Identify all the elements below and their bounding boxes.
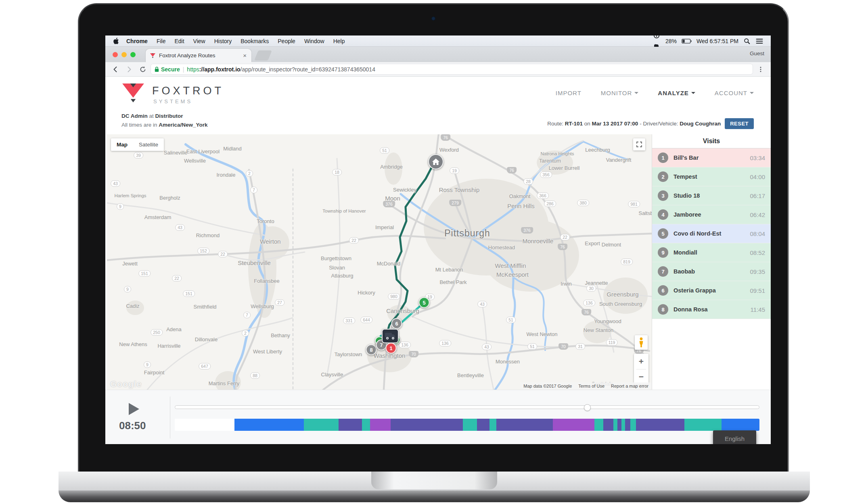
user-org: Distributor [155,113,183,119]
map-label: McKeesport [496,271,529,278]
map-label: Canonsburg [386,307,419,314]
visit-name: Studio 18 [673,192,750,199]
main-nav: IMPORTMONITORANALYZEACCOUNT [556,90,754,96]
menu-item-edit[interactable]: Edit [170,38,188,44]
route-shield: 39 [134,152,143,159]
timeline-segment-indigo [603,419,613,431]
browser-menu-icon[interactable] [755,63,767,75]
forward-button[interactable] [123,63,135,75]
visit-row[interactable]: 9Mondiall08:52 [652,243,771,262]
menu-bar-clock[interactable]: Wed 6:57:51 PM [694,38,741,44]
zoom-window-button[interactable] [130,52,136,57]
visit-row[interactable]: 5Covo di Nord-Est08:04 [652,224,771,243]
visit-row[interactable]: 4Jamboree06:42 [652,205,771,224]
visit-row[interactable]: 1Bill's Bar03:34 [652,148,771,167]
menu-item-people[interactable]: People [273,38,300,44]
visit-row[interactable]: 6Osteria Grappa09:51 [652,281,771,300]
route-shield: 76 [507,167,517,173]
map-label: Lower Burrell [549,165,580,171]
map-label: Salineville [164,150,188,156]
new-tab-button[interactable] [254,50,272,61]
tab-foxtrot-analyze-routes[interactable]: Foxtrot Analyze Routes × [146,49,251,62]
menu-item-help[interactable]: Help [329,38,349,44]
map-label: Oakmont [509,193,531,199]
menu-bar-left: ChromeFileEditViewHistoryBookmarksPeople… [110,35,349,47]
menu-item-view[interactable]: View [189,38,210,44]
omnibox-separator: | [183,66,184,73]
menu-item-history[interactable]: History [210,38,236,44]
secure-badge[interactable]: Secure [155,66,180,73]
reset-button[interactable]: RESET [725,118,754,129]
pegman-control[interactable] [635,335,648,350]
notification-center-icon[interactable] [753,35,766,47]
back-button[interactable] [109,63,121,75]
map-label: Penn Hills [507,202,535,209]
visit-marker-5[interactable]: 5 [419,297,430,308]
nav-monitor[interactable]: MONITOR [601,90,639,96]
pegman-icon [638,337,644,348]
nav-account[interactable]: ACCOUNT [715,90,754,96]
map-type-map-button[interactable]: Map [111,138,133,151]
nav-analyze[interactable]: ANALYZE [658,90,695,96]
visit-time: 08:04 [750,230,765,237]
close-window-button[interactable] [113,52,118,57]
map-label: Bentleyville [457,372,484,378]
visit-row[interactable]: 3Studio 1806:17 [652,186,771,205]
url-bar[interactable]: Secure | https://app.foxtrot.io/app/rout… [151,64,753,75]
menu-item-bookmarks[interactable]: Bookmarks [236,38,273,44]
visit-row[interactable]: 7Baobab09:35 [652,262,771,281]
visit-name: Jamboree [673,211,750,218]
visit-marker-6[interactable]: 6 [391,318,402,329]
terms-of-use-link[interactable]: Terms of Use [578,384,604,388]
profile-guest-label[interactable]: Guest [750,50,764,56]
visit-row[interactable]: 2Tempest04:00 [652,167,771,186]
play-button[interactable] [129,403,139,415]
visits-panel: Visits 1Bill's Bar03:342Tempest04:003Stu… [652,134,771,390]
route-timeline-bar[interactable] [175,419,759,431]
route-shield: 286 [544,200,556,207]
playback-bar: 08:50 English [105,390,771,444]
minimize-window-button[interactable] [121,52,127,57]
laptop-base-bottom [59,490,810,502]
map-type-satellite-button[interactable]: Satellite [133,138,164,151]
tab-close-icon[interactable]: × [242,52,247,59]
camera-dot [431,17,435,21]
report-map-error-link[interactable]: Report a map error [611,384,648,388]
menu-item-chrome[interactable]: Chrome [122,38,152,44]
playback-slider[interactable] [175,405,759,409]
visit-number-badge: 5 [658,228,668,239]
menu-item-file[interactable]: File [152,38,170,44]
vehicle-truck-marker[interactable] [382,329,399,343]
menu-item-window[interactable]: Window [300,38,329,44]
spotlight-icon[interactable] [741,35,753,47]
map-label: Irwin [561,281,571,287]
macos-menu-bar: ChromeFileEditViewHistoryBookmarksPeople… [105,35,771,47]
route-shield: 9 [144,361,151,368]
timezone-value: America/New_York [159,122,207,128]
map-label: Taylorstown [335,351,362,357]
battery-icon [679,39,694,44]
timeline-segment-indigo [339,419,362,431]
visit-row[interactable]: 8Donna Rosa11:45 [652,300,771,319]
url-path: /app/route_inspector?route_id=6392471387… [241,66,375,73]
screen: ChromeFileEditViewHistoryBookmarksPeople… [105,35,771,444]
nav-import[interactable]: IMPORT [556,90,581,96]
onepassword-icon[interactable] [650,35,663,41]
route-map[interactable]: SalinevilleEast LiverpoolWellsvilleMidla… [107,134,652,390]
route-shield: 644 [360,317,372,323]
apple-icon[interactable] [110,35,122,47]
visit-marker-1[interactable]: 1 [386,343,397,354]
home-marker[interactable] [428,154,443,169]
zoom-in-button[interactable]: + [634,354,648,369]
route-shield: 43 [477,301,487,307]
language-button[interactable]: English [713,430,756,444]
foxtrot-logo-title: FOXTROT [152,85,224,97]
fullscreen-button[interactable] [633,138,645,150]
visit-time: 08:52 [750,249,765,256]
route-shield: 22 [349,237,359,244]
slider-thumb[interactable] [584,404,591,411]
route-shield: 22 [218,251,228,257]
visit-marker-8[interactable]: 8 [366,344,377,355]
reload-button[interactable] [137,63,149,75]
visit-name: Baobab [673,268,750,275]
